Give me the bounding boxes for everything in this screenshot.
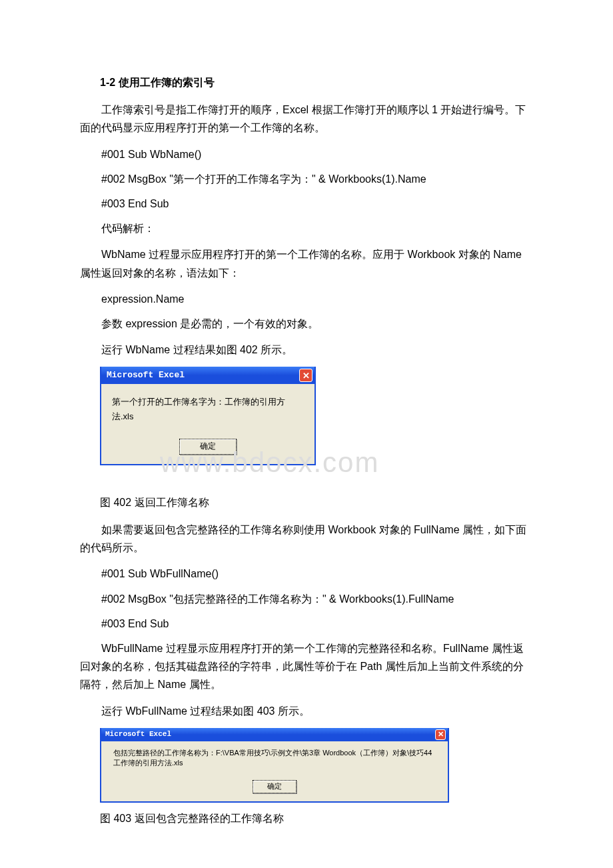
code-line: #003 End Sub [80, 195, 533, 213]
syntax-line: expression.Name [80, 290, 533, 308]
dialog-message: 包括完整路径的工作簿名称为：F:\VBA常用技巧\示例文件\第3章 Wordbo… [111, 748, 438, 769]
ok-button[interactable]: 确定 [179, 439, 237, 455]
dialog-message: 第一个打开的工作簿名字为：工作簿的引用方法.xls [109, 395, 306, 424]
code-line: #001 Sub WbName() [80, 145, 533, 163]
msgbox-dialog: Microsoft Excel ✕ 第一个打开的工作簿名字为：工作簿的引用方法.… [100, 367, 316, 465]
dialog-body: 第一个打开的工作簿名字为：工作簿的引用方法.xls 确定 [101, 384, 314, 464]
code-line: #002 MsgBox "第一个打开的工作簿名字为：" & Workbooks(… [80, 170, 533, 188]
figure-caption: 图 402 返回工作簿名称 [100, 493, 533, 511]
code-line: #002 MsgBox "包括完整路径的工作簿名称为：" & Workbooks… [80, 590, 533, 608]
figure-caption: 图 403 返回包含完整路径的工作簿名称 [100, 809, 533, 827]
document-page: 1-2 使用工作簿的索引号 工作簿索引号是指工作簿打开的顺序，Excel 根据工… [0, 0, 613, 868]
section-heading: 1-2 使用工作簿的索引号 [80, 73, 533, 91]
dialog-title: Microsoft Excel [105, 728, 435, 741]
dialog-body: 包括完整路径的工作簿名称为：F:\VBA常用技巧\示例文件\第3章 Wordbo… [101, 741, 448, 801]
dialog-titlebar: Microsoft Excel ✕ [101, 367, 314, 384]
paragraph: 运行 WbName 过程结果如图 402 所示。 [80, 341, 533, 359]
close-icon: ✕ [303, 371, 310, 380]
dialog-titlebar: Microsoft Excel ✕ [101, 728, 448, 741]
code-line: #001 Sub WbFullName() [80, 565, 533, 583]
paragraph: WbName 过程显示应用程序打开的第一个工作簿的名称。应用于 Workbook… [80, 245, 533, 281]
analysis-label: 代码解析： [80, 219, 533, 237]
close-button[interactable]: ✕ [435, 729, 446, 740]
ok-button[interactable]: 确定 [253, 780, 297, 793]
paragraph: 如果需要返回包含完整路径的工作簿名称则使用 Workbook 对象的 FullN… [80, 521, 533, 557]
paragraph: 参数 expression 是必需的，一个有效的对象。 [80, 315, 533, 333]
close-icon: ✕ [438, 731, 444, 738]
paragraph: 工作簿索引号是指工作簿打开的顺序，Excel 根据工作簿打开的顺序以 1 开始进… [80, 101, 533, 137]
dialog-title: Microsoft Excel [107, 368, 299, 383]
paragraph: 运行 WbFullName 过程结果如图 403 所示。 [80, 702, 533, 720]
msgbox-dialog-wide: Microsoft Excel ✕ 包括完整路径的工作簿名称为：F:\VBA常用… [100, 728, 449, 803]
code-line: #003 End Sub [80, 615, 533, 633]
paragraph: WbFullName 过程显示应用程序打开的第一个工作簿的完整路径和名称。Ful… [80, 639, 533, 694]
close-button[interactable]: ✕ [299, 369, 312, 382]
